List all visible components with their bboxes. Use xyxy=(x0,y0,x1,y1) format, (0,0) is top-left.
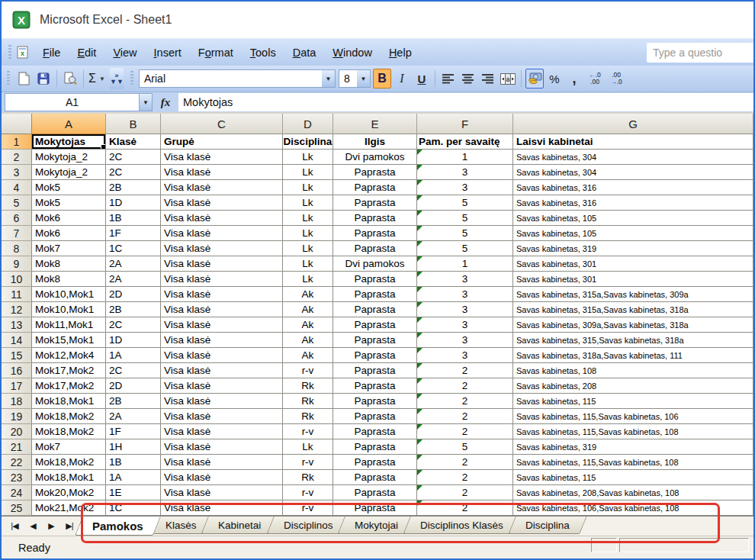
cell-E6[interactable]: Paprasta xyxy=(333,211,417,226)
row-header-13[interactable]: 13 xyxy=(2,317,32,333)
cell-C8[interactable]: Visa klasė xyxy=(161,241,283,256)
cell-B5[interactable]: 1D xyxy=(106,195,161,211)
last-sheet-button[interactable]: ▶| xyxy=(61,519,78,534)
cell-E17[interactable]: Paprasta xyxy=(333,378,417,394)
print-preview-button[interactable] xyxy=(61,69,79,89)
cell-D25[interactable]: r-v xyxy=(283,500,333,516)
cell-D23[interactable]: Rk xyxy=(283,470,333,485)
cell-B21[interactable]: 1H xyxy=(106,439,161,455)
cell-G6[interactable]: Savas kabinetas, 105 xyxy=(513,211,753,226)
cell-D5[interactable]: Lk xyxy=(283,195,333,211)
cell-C24[interactable]: Visa klasė xyxy=(161,485,283,500)
cell-B22[interactable]: 1B xyxy=(106,455,161,470)
standard-toolbar-drag-handle[interactable] xyxy=(7,71,10,86)
cell-C19[interactable]: Visa klasė xyxy=(161,409,283,424)
cell-B6[interactable]: 1B xyxy=(106,211,161,226)
cell-A22[interactable]: Mok18,Mok2 xyxy=(32,455,106,470)
cell-G7[interactable]: Savas kabinetas, 105 xyxy=(513,226,753,241)
cell-A12[interactable]: Mok10,Mok1 xyxy=(32,302,106,317)
cell-B9[interactable]: 2A xyxy=(106,256,161,272)
cell-A24[interactable]: Mok20,Mok2 xyxy=(32,485,106,500)
next-sheet-button[interactable]: ▶ xyxy=(43,519,59,534)
cell-E24[interactable]: Paprasta xyxy=(333,485,417,500)
cell-C10[interactable]: Visa klasė xyxy=(161,272,283,287)
cell-G16[interactable]: Savas kabinetas, 108 xyxy=(513,363,753,378)
cell-D16[interactable]: r-v xyxy=(283,363,333,378)
cell-F1[interactable]: Pam. per savaitę xyxy=(417,134,513,150)
cell-B2[interactable]: 2C xyxy=(106,150,161,165)
cell-B15[interactable]: 1A xyxy=(106,348,161,363)
column-header-D[interactable]: D xyxy=(283,114,333,134)
cell-E23[interactable]: Paprasta xyxy=(333,470,417,485)
toolbar-options-button[interactable]: »▼▼ xyxy=(110,68,124,89)
cell-A18[interactable]: Mok18,Mok1 xyxy=(32,394,106,409)
sheet-tab-disciplinos[interactable]: Disciplinos xyxy=(266,517,350,534)
cell-G15[interactable]: Savas kabinetas, 318a,Savas kabinetas, 1… xyxy=(513,348,753,363)
cell-C16[interactable]: Visa klasė xyxy=(161,363,283,378)
cell-G20[interactable]: Savas kabinetas, 115,Savas kabinetas, 10… xyxy=(513,424,753,439)
cell-B12[interactable]: 2B xyxy=(106,302,161,317)
cell-E13[interactable]: Paprasta xyxy=(333,317,417,333)
cell-F11[interactable]: 3 xyxy=(417,287,513,302)
align-right-button[interactable] xyxy=(479,69,497,89)
column-header-G[interactable]: G xyxy=(513,114,753,134)
cell-F16[interactable]: 2 xyxy=(417,363,513,378)
row-header-10[interactable]: 10 xyxy=(2,272,32,287)
cell-D13[interactable]: Ak xyxy=(283,317,333,333)
cell-B3[interactable]: 2C xyxy=(106,165,161,180)
cell-A20[interactable]: Mok18,Mok2 xyxy=(32,424,106,439)
cell-E5[interactable]: Paprasta xyxy=(333,195,417,211)
cell-A13[interactable]: Mok11,Mok1 xyxy=(32,317,106,333)
insert-function-icon[interactable]: fx xyxy=(153,96,178,109)
column-header-C[interactable]: C xyxy=(161,114,283,134)
cell-E12[interactable]: Paprasta xyxy=(333,302,417,317)
previous-sheet-button[interactable]: ◀ xyxy=(24,519,41,534)
row-header-25[interactable]: 25 xyxy=(2,500,32,516)
cell-E10[interactable]: Paprasta xyxy=(333,272,417,287)
menu-insert[interactable]: Insert xyxy=(146,43,190,62)
cell-C23[interactable]: Visa klasė xyxy=(161,470,283,485)
cell-C1[interactable]: Grupė xyxy=(161,134,283,150)
cell-E18[interactable]: Paprasta xyxy=(333,394,417,409)
cell-C25[interactable]: Visa klasė xyxy=(161,500,283,516)
menu-help[interactable]: Help xyxy=(381,43,420,62)
row-header-20[interactable]: 20 xyxy=(2,424,32,439)
cell-D4[interactable]: Lk xyxy=(283,180,333,195)
cell-B16[interactable]: 2C xyxy=(106,363,161,378)
cell-D22[interactable]: r-v xyxy=(283,455,333,470)
cell-G22[interactable]: Savas kabinetas, 115,Savas kabinetas, 10… xyxy=(513,455,753,470)
cell-D20[interactable]: r-v xyxy=(283,424,333,439)
cell-D14[interactable]: Ak xyxy=(283,333,333,348)
menu-window[interactable]: Window xyxy=(324,43,381,62)
cell-G17[interactable]: Savas kabinetas, 208 xyxy=(513,378,753,394)
cell-B14[interactable]: 1D xyxy=(106,333,161,348)
cell-C14[interactable]: Visa klasė xyxy=(161,333,283,348)
cell-C15[interactable]: Visa klasė xyxy=(161,348,283,363)
cell-G13[interactable]: Savas kabinetas, 309a,Savas kabinetas, 3… xyxy=(513,317,753,333)
cell-F20[interactable]: 2 xyxy=(417,424,513,439)
cell-G19[interactable]: Savas kabinetas, 115,Savas kabinetas, 10… xyxy=(513,409,753,424)
row-header-24[interactable]: 24 xyxy=(2,485,32,500)
name-box[interactable]: A1 xyxy=(5,93,139,111)
cell-F24[interactable]: 2 xyxy=(417,485,513,500)
cell-G25[interactable]: Savas kabinetas, 106,Savas kabinetas, 10… xyxy=(513,500,753,516)
menu-format[interactable]: Format xyxy=(190,43,242,62)
cell-G1[interactable]: Laisvi kabinetai xyxy=(513,134,753,150)
cell-C12[interactable]: Visa klasė xyxy=(161,302,283,317)
cell-A2[interactable]: Mokytoja_2 xyxy=(32,150,106,165)
cell-C11[interactable]: Visa klasė xyxy=(161,287,283,302)
cell-B25[interactable]: 1C xyxy=(106,500,161,516)
cell-A17[interactable]: Mok17,Mok2 xyxy=(32,378,106,394)
cell-B19[interactable]: 2A xyxy=(106,409,161,424)
cell-F17[interactable]: 2 xyxy=(417,378,513,394)
cell-D12[interactable]: Ak xyxy=(283,302,333,317)
menu-tools[interactable]: Tools xyxy=(242,43,284,62)
type-a-question-box[interactable]: Type a questio xyxy=(647,43,755,63)
cell-C4[interactable]: Visa klasė xyxy=(161,180,283,195)
cell-F6[interactable]: 5 xyxy=(417,211,513,226)
cell-D21[interactable]: Lk xyxy=(283,439,333,455)
cell-F7[interactable]: 5 xyxy=(417,226,513,241)
save-button[interactable] xyxy=(34,69,53,89)
font-size-combo[interactable]: 8▼ xyxy=(339,69,371,88)
cell-F5[interactable]: 5 xyxy=(417,195,513,211)
